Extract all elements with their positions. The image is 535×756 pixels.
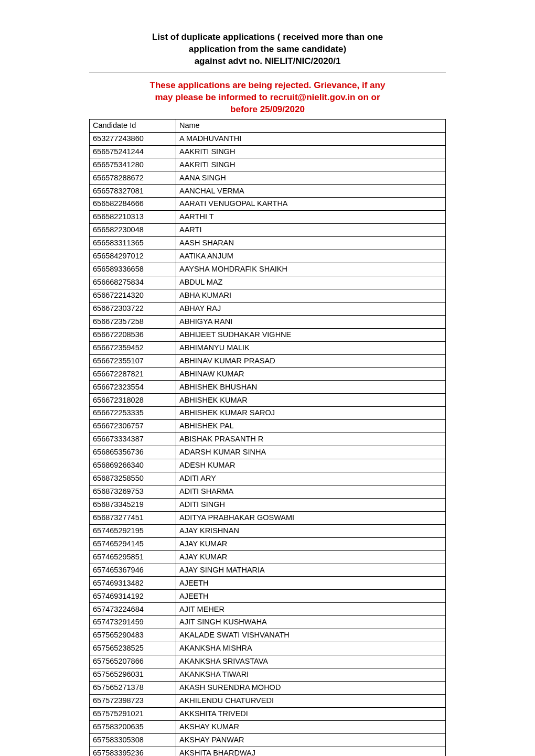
cell-candidate-id: 656673334387: [90, 433, 176, 446]
cell-name: ABHINAW KUMAR: [176, 368, 446, 381]
cell-name: AANCHAL VERMA: [176, 185, 446, 198]
table-row: 656672318028ABHISHEK KUMAR: [90, 394, 446, 407]
title-line-1: List of duplicate applications ( receive…: [89, 31, 446, 44]
table-row: 656582230048AARTI: [90, 224, 446, 237]
cell-name: AJAY SINGH MATHARIA: [176, 564, 446, 577]
table-header-row: Candidate Id Name: [90, 119, 446, 132]
table-row: 657473224684AJIT MEHER: [90, 603, 446, 616]
cell-candidate-id: 657473224684: [90, 603, 176, 616]
cell-name: ABISHAK PRASANTH R: [176, 433, 446, 446]
table-row: 656869266340ADESH KUMAR: [90, 459, 446, 472]
cell-name: AASH SHARAN: [176, 237, 446, 250]
table-row: 657469313482AJEETH: [90, 577, 446, 590]
cell-name: ADARSH KUMAR SINHA: [176, 446, 446, 459]
cell-name: AAKRITI SINGH: [176, 145, 446, 158]
cell-candidate-id: 656873258550: [90, 472, 176, 485]
cell-candidate-id: 656668275834: [90, 276, 176, 289]
cell-candidate-id: 657583305308: [90, 733, 176, 747]
cell-name: AAYSHA MOHDRAFIK SHAIKH: [176, 263, 446, 276]
cell-name: AARTHI T: [176, 211, 446, 224]
cell-candidate-id: 656582210313: [90, 211, 176, 224]
table-row: 656672303722ABHAY RAJ: [90, 302, 446, 315]
table-row: 657565271378AKASH SURENDRA MOHOD: [90, 681, 446, 694]
cell-candidate-id: 656582284666: [90, 198, 176, 211]
table-row: 657469314192AJEETH: [90, 590, 446, 603]
cell-name: AKALADE SWATI VISHVANATH: [176, 629, 446, 642]
cell-name: ABHIJEET SUDHAKAR VIGHNE: [176, 328, 446, 341]
candidates-table: Candidate Id Name 653277243860A MADHUVAN…: [89, 119, 446, 756]
document-title-block: List of duplicate applications ( receive…: [89, 31, 446, 68]
cell-name: ADITI ARY: [176, 472, 446, 485]
cell-candidate-id: 657572398723: [90, 694, 176, 707]
cell-name: ABHISHEK KUMAR: [176, 394, 446, 407]
cell-name: AKSHITA BHARDWAJ: [176, 747, 446, 756]
cell-candidate-id: 656589336658: [90, 263, 176, 276]
cell-name: AJAY KUMAR: [176, 550, 446, 564]
cell-candidate-id: 656869266340: [90, 459, 176, 472]
table-row: 656668275834ABDUL MAZ: [90, 276, 446, 289]
cell-name: ABDUL MAZ: [176, 276, 446, 289]
table-row: 656672287821ABHINAW KUMAR: [90, 368, 446, 381]
header-name: Name: [176, 119, 446, 132]
cell-candidate-id: 656672357258: [90, 315, 176, 328]
cell-name: AARATI VENUGOPAL KARTHA: [176, 198, 446, 211]
cell-name: AKHILENDU CHATURVEDI: [176, 694, 446, 707]
table-row: 656672306757ABHISHEK PAL: [90, 420, 446, 433]
table-row: 657465292195AJAY KRISHNAN: [90, 524, 446, 537]
table-row: 656672355107ABHINAV KUMAR PRASAD: [90, 354, 446, 368]
cell-candidate-id: 657565207866: [90, 655, 176, 668]
cell-candidate-id: 656672306757: [90, 420, 176, 433]
cell-candidate-id: 656873269753: [90, 485, 176, 498]
table-row: 657583200635AKSHAY KUMAR: [90, 720, 446, 733]
cell-name: AKKSHITA TRIVEDI: [176, 707, 446, 720]
cell-candidate-id: 656873277451: [90, 511, 176, 524]
table-row: 657583305308AKSHAY PANWAR: [90, 733, 446, 747]
table-row: 656582284666AARATI VENUGOPAL KARTHA: [90, 198, 446, 211]
table-row: 656873277451ADITYA PRABHAKAR GOSWAMI: [90, 511, 446, 524]
cell-candidate-id: 657565296031: [90, 668, 176, 682]
table-row: 656873345219ADITI SINGH: [90, 498, 446, 511]
notice-line-2: may please be informed to recruit@nielit…: [89, 92, 446, 104]
cell-candidate-id: 656672323554: [90, 381, 176, 394]
cell-name: ABHA KUMARI: [176, 289, 446, 302]
table-row: 657565238525AKANKSHA MISHRA: [90, 642, 446, 655]
cell-candidate-id: 656578327081: [90, 185, 176, 198]
table-row: 657575291021AKKSHITA TRIVEDI: [90, 707, 446, 720]
table-row: 656578288672AANA SINGH: [90, 171, 446, 185]
cell-candidate-id: 657465367946: [90, 564, 176, 577]
table-row: 656672357258ABHIGYA RANI: [90, 315, 446, 328]
table-row: 657572398723AKHILENDU CHATURVEDI: [90, 694, 446, 707]
table-row: 657565296031AKANKSHA TIWARI: [90, 668, 446, 682]
cell-name: ABHAY RAJ: [176, 302, 446, 315]
table-row: 657473291459AJIT SINGH KUSHWAHA: [90, 616, 446, 629]
cell-name: AJEETH: [176, 590, 446, 603]
cell-name: AJIT SINGH KUSHWAHA: [176, 616, 446, 629]
cell-candidate-id: 657565238525: [90, 642, 176, 655]
table-row: 656672359452ABHIMANYU MALIK: [90, 341, 446, 354]
cell-candidate-id: 656873345219: [90, 498, 176, 511]
cell-candidate-id: 656865356736: [90, 446, 176, 459]
cell-candidate-id: 657565290483: [90, 629, 176, 642]
cell-name: ABHINAV KUMAR PRASAD: [176, 354, 446, 368]
table-row: 656672208536ABHIJEET SUDHAKAR VIGHNE: [90, 328, 446, 341]
table-row: 657565207866AKANKSHA SRIVASTAVA: [90, 655, 446, 668]
table-row: 656873258550ADITI ARY: [90, 472, 446, 485]
table-row: 656575341280AAKRITI SINGH: [90, 158, 446, 171]
cell-name: AKSHAY PANWAR: [176, 733, 446, 747]
cell-name: AJIT MEHER: [176, 603, 446, 616]
cell-candidate-id: 657583395236: [90, 747, 176, 756]
cell-name: AJAY KRISHNAN: [176, 524, 446, 537]
cell-name: AKANKSHA TIWARI: [176, 668, 446, 682]
title-line-2: application from the same candidate): [89, 44, 446, 56]
table-row: 656575241244AAKRITI SINGH: [90, 145, 446, 158]
table-row: 656578327081AANCHAL VERMA: [90, 185, 446, 198]
cell-name: ABHIMANYU MALIK: [176, 341, 446, 354]
notice-line-1: These applications are being rejected. G…: [89, 80, 446, 92]
notice-line-3: before 25/09/2020: [89, 104, 446, 116]
cell-candidate-id: 657469314192: [90, 590, 176, 603]
table-row: 656865356736ADARSH KUMAR SINHA: [90, 446, 446, 459]
cell-name: ADESH KUMAR: [176, 459, 446, 472]
table-row: 656584297012AATIKA ANJUM: [90, 250, 446, 263]
header-candidate-id: Candidate Id: [90, 119, 176, 132]
cell-name: AATIKA ANJUM: [176, 250, 446, 263]
